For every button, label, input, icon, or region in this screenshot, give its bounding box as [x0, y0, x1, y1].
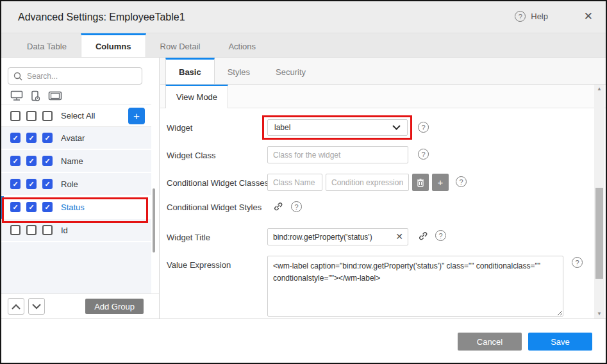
bind-link-icon[interactable]: [418, 231, 428, 241]
conditional-styles-help-icon[interactable]: ?: [291, 201, 302, 212]
checkbox[interactable]: ✓: [42, 179, 53, 189]
column-row-id[interactable]: Id: [1, 219, 151, 242]
add-column-button[interactable]: +: [128, 108, 145, 124]
checkbox[interactable]: ✓: [10, 156, 21, 166]
tablet-icon[interactable]: [48, 91, 62, 101]
column-row-name[interactable]: ✓ ✓ ✓ Name: [1, 150, 151, 173]
widget-class-label: Widget Class: [167, 151, 216, 160]
search-box: [8, 67, 142, 85]
column-name: Name: [61, 156, 83, 166]
cancel-button[interactable]: Cancel: [458, 333, 522, 351]
dialog-header: Advanced Settings: EmployeeTable1 ? Help…: [1, 1, 606, 33]
chevron-down-icon: [32, 304, 41, 310]
panel-scrollbar[interactable]: ▲ ▼: [594, 85, 604, 318]
device-toggle-row: [1, 88, 151, 104]
widget-class-input[interactable]: [267, 146, 408, 163]
column-list: ✓ ✓ ✓ Avatar ✓ ✓ ✓ Name ✓ ✓ ✓ Role: [1, 127, 151, 294]
sidebar-controls: Add Group: [1, 294, 159, 318]
columns-sidebar: Select All + ✓ ✓ ✓ Avatar ✓ ✓ ✓ Name ✓: [1, 58, 160, 318]
move-up-button[interactable]: [8, 298, 24, 315]
tab-row-detail[interactable]: Row Detail: [146, 33, 215, 57]
delete-condition-button[interactable]: [412, 174, 429, 191]
dialog-body: Select All + ✓ ✓ ✓ Avatar ✓ ✓ ✓ Name ✓: [1, 58, 606, 318]
checkbox[interactable]: ✓: [42, 202, 53, 212]
checkbox[interactable]: ✓: [10, 179, 21, 189]
checkbox[interactable]: ✓: [26, 179, 37, 189]
widget-title-help-icon[interactable]: ?: [435, 230, 446, 241]
move-down-button[interactable]: [28, 298, 45, 315]
dialog-title: Advanced Settings: EmployeeTable1: [18, 12, 185, 23]
scrollbar-thumb[interactable]: [595, 188, 603, 279]
bind-link-icon[interactable]: [273, 201, 283, 211]
tab-styles[interactable]: Styles: [215, 58, 263, 84]
tab-data-table[interactable]: Data Table: [13, 33, 81, 57]
checkbox[interactable]: ✓: [26, 156, 37, 166]
help-icon: ?: [515, 11, 526, 22]
dialog-footer: Cancel Save: [1, 318, 606, 363]
clear-icon[interactable]: ✕: [395, 231, 403, 242]
scroll-down-icon[interactable]: ▼: [594, 310, 604, 318]
mobile-icon[interactable]: [31, 90, 40, 102]
subtab-bar: View Mode: [160, 85, 606, 108]
column-name: Role: [61, 179, 78, 189]
checkbox[interactable]: ✓: [10, 133, 21, 143]
checkbox[interactable]: [26, 225, 37, 235]
help-button[interactable]: ? Help: [515, 11, 548, 22]
trash-icon: [417, 178, 424, 187]
help-label: Help: [531, 12, 548, 21]
checkbox[interactable]: ✓: [42, 156, 53, 166]
advanced-settings-dialog: Advanced Settings: EmployeeTable1 ? Help…: [0, 0, 607, 364]
column-settings-panel: Basic Styles Security View Mode Widget l…: [160, 58, 606, 318]
column-name: Avatar: [61, 133, 85, 143]
widget-help-icon[interactable]: ?: [418, 122, 429, 133]
checkbox[interactable]: ✓: [10, 202, 21, 212]
class-name-input[interactable]: [267, 174, 322, 191]
column-row-status[interactable]: ✓ ✓ ✓ Status: [1, 196, 151, 219]
widget-title-label: Widget Title: [167, 233, 210, 242]
column-name: Id: [61, 226, 68, 235]
tab-basic[interactable]: Basic: [165, 58, 215, 84]
widget-select[interactable]: label: [267, 119, 408, 136]
tab-security[interactable]: Security: [263, 58, 319, 84]
add-condition-button[interactable]: +: [432, 174, 449, 191]
conditional-classes-help-icon[interactable]: ?: [456, 176, 467, 187]
widget-title-input[interactable]: [267, 228, 408, 245]
checkbox[interactable]: ✓: [26, 202, 37, 212]
checkbox[interactable]: [42, 225, 53, 235]
widget-select-value: label: [274, 123, 290, 132]
value-expression-textarea[interactable]: <wm-label caption="bind:row.getProperty(…: [267, 256, 563, 317]
settings-tab-bar: Basic Styles Security: [160, 58, 606, 85]
plus-icon: +: [438, 177, 444, 188]
save-button[interactable]: Save: [528, 333, 592, 351]
select-all-label: Select All: [61, 111, 95, 120]
desktop-icon[interactable]: [10, 90, 23, 101]
column-name: Status: [61, 203, 85, 212]
tab-view-mode[interactable]: View Mode: [165, 85, 228, 108]
checkbox[interactable]: ✓: [26, 133, 37, 143]
search-icon: [13, 72, 22, 81]
select-all-checkbox-tablet[interactable]: [42, 111, 53, 121]
column-row-avatar[interactable]: ✓ ✓ ✓ Avatar: [1, 127, 151, 150]
tab-actions[interactable]: Actions: [214, 33, 270, 57]
search-input[interactable]: [27, 72, 129, 81]
select-all-checkbox-desktop[interactable]: [10, 111, 21, 121]
value-expression-help-icon[interactable]: ?: [572, 257, 583, 268]
widget-label: Widget: [167, 123, 192, 133]
basic-settings-form: Widget label ? Widget Class ? Conditiona…: [160, 108, 606, 318]
select-all-checkbox-mobile[interactable]: [26, 111, 37, 121]
scroll-up-icon[interactable]: ▲: [594, 85, 604, 94]
checkbox[interactable]: [10, 225, 21, 235]
close-icon[interactable]: ✕: [584, 10, 593, 23]
tab-columns[interactable]: Columns: [81, 33, 146, 57]
column-row-role[interactable]: ✓ ✓ ✓ Role: [1, 173, 151, 196]
condition-expression-input[interactable]: [326, 174, 409, 191]
main-tab-bar: Data Table Columns Row Detail Actions: [1, 33, 606, 58]
widget-class-help-icon[interactable]: ?: [418, 149, 429, 160]
add-group-button[interactable]: Add Group: [85, 299, 144, 314]
checkbox[interactable]: ✓: [42, 133, 53, 143]
chevron-down-icon: [392, 123, 401, 132]
value-expression-label: Value Expression: [167, 260, 231, 270]
conditional-classes-label: Conditional Widget Classes: [167, 178, 269, 188]
chevron-up-icon: [12, 304, 21, 310]
sidebar-scrollbar[interactable]: [153, 188, 155, 252]
